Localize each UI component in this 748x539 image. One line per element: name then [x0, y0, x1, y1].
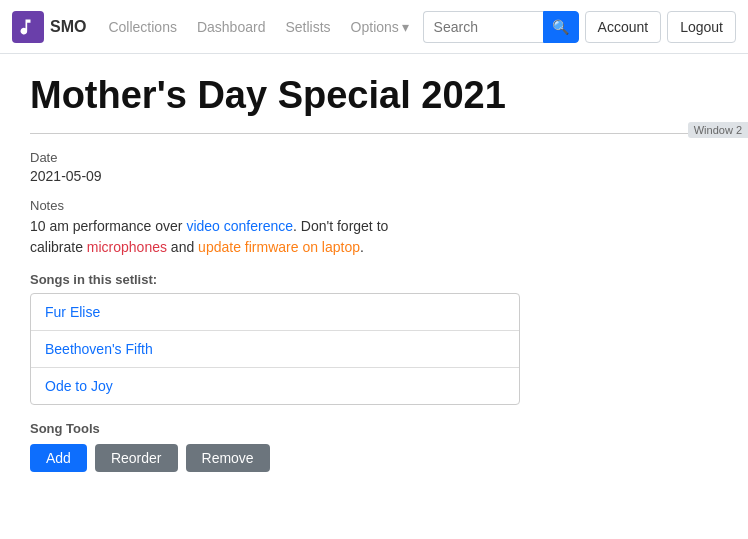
logout-button[interactable]: Logout [667, 11, 736, 43]
title-divider [30, 133, 718, 134]
search-icon: 🔍 [552, 19, 569, 35]
notes-text: 10 am performance over video conference.… [30, 216, 718, 258]
search-input[interactable] [423, 11, 543, 43]
brand-name: SMO [50, 18, 86, 36]
window-badge: Window 2 [688, 122, 748, 138]
song-list: Fur Elise Beethoven's Fifth Ode to Joy [30, 293, 520, 405]
brand: SMO [12, 11, 86, 43]
search-button[interactable]: 🔍 [543, 11, 579, 43]
song-item-1: Beethoven's Fifth [31, 331, 519, 368]
notes-label: Notes [30, 198, 718, 213]
songs-label: Songs in this setlist: [30, 272, 718, 287]
chevron-down-icon: ▾ [402, 19, 409, 35]
nav-collections[interactable]: Collections [100, 15, 184, 39]
date-value: 2021-05-09 [30, 168, 718, 184]
nav-options-button[interactable]: Options ▾ [343, 15, 417, 39]
music-icon [18, 17, 38, 37]
brand-icon [12, 11, 44, 43]
notes-segment-3: microphones [87, 239, 167, 255]
nav-dashboard[interactable]: Dashboard [189, 15, 274, 39]
reorder-button[interactable]: Reorder [95, 444, 178, 472]
tools-buttons: Add Reorder Remove [30, 444, 718, 472]
notes-segment-1: video conference [186, 218, 293, 234]
navbar: SMO Collections Dashboard Setlists Optio… [0, 0, 748, 54]
page-title: Mother's Day Special 2021 [30, 74, 718, 117]
notes-segment-6: . [360, 239, 364, 255]
search-area: 🔍 Account Logout [423, 11, 736, 43]
remove-button[interactable]: Remove [186, 444, 270, 472]
song-link-2[interactable]: Ode to Joy [45, 378, 113, 394]
song-link-0[interactable]: Fur Elise [45, 304, 100, 320]
song-item-0: Fur Elise [31, 294, 519, 331]
song-item-2: Ode to Joy [31, 368, 519, 404]
account-button[interactable]: Account [585, 11, 662, 43]
notes-segment-4: and [167, 239, 198, 255]
add-button[interactable]: Add [30, 444, 87, 472]
main-content: Window 2 Mother's Day Special 2021 Date … [0, 54, 748, 502]
notes-segment-0: 10 am performance over [30, 218, 186, 234]
song-link-1[interactable]: Beethoven's Fifth [45, 341, 153, 357]
nav-setlists[interactable]: Setlists [277, 15, 338, 39]
tools-label: Song Tools [30, 421, 718, 436]
notes-segment-5: update firmware on laptop [198, 239, 360, 255]
date-label: Date [30, 150, 718, 165]
options-label: Options [351, 19, 399, 35]
